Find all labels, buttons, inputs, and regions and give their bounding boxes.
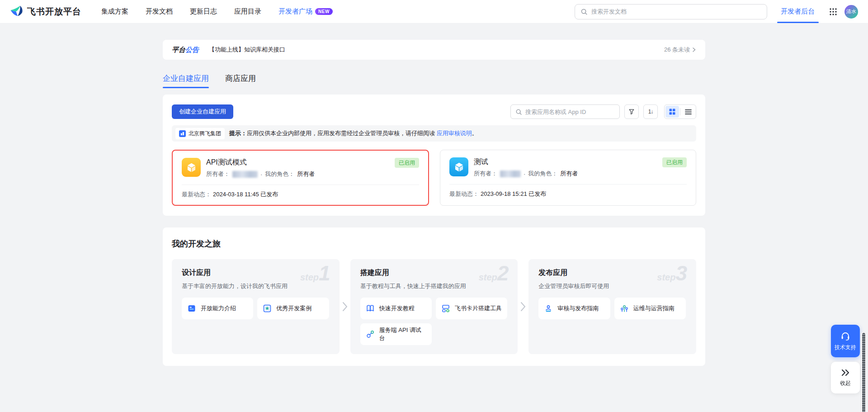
sort-icon: 1↓ — [648, 109, 653, 115]
page-scrollbar[interactable] — [861, 331, 867, 412]
collapse-label: 收起 — [840, 379, 851, 387]
link-api-debugger[interactable]: 服务端 API 调试台 — [360, 323, 432, 345]
link-quick-tutorial[interactable]: 快速开发教程 — [360, 298, 432, 319]
doc-search-input[interactable] — [591, 8, 761, 15]
sort-button[interactable]: 1↓ — [643, 104, 658, 119]
grid-view-icon[interactable] — [665, 106, 679, 118]
filter-icon — [628, 108, 635, 115]
nav-changelog[interactable]: 更新日志 — [190, 7, 217, 16]
step-desc: 企业管理员审核后即可使用 — [538, 282, 686, 290]
chip-label: 优秀开发案例 — [276, 304, 311, 313]
doc-icon — [187, 304, 196, 313]
headset-icon — [840, 331, 851, 341]
app-card-api-test[interactable]: API测试模式 所有者： · 我的角色：所有者 已启用 最新动态：2024-03… — [172, 150, 429, 206]
activity-line: 最新动态：2024-03-18 11:45 已发布 — [182, 190, 419, 199]
owner-line: 所有者： · 我的角色：所有者 — [474, 170, 662, 178]
top-header: 飞书开放平台 集成方案 开发文档 更新日志 应用目录 开发者广场 NEW 开发者… — [0, 0, 868, 24]
main-nav: 集成方案 开发文档 更新日志 应用目录 开发者广场 NEW — [101, 7, 333, 16]
nav-docs[interactable]: 开发文档 — [146, 7, 173, 16]
step1-watermark: step1 — [300, 265, 330, 283]
developer-console-link[interactable]: 开发者后台 — [774, 0, 822, 23]
chip-label: 服务端 API 调试台 — [379, 326, 426, 342]
chevron-right-icon — [519, 259, 527, 354]
tip-text: 提示：应用仅供本企业内部使用，应用发布需经过企业管理员审核，请仔细阅读 应用审核… — [229, 129, 478, 137]
new-badge: NEW — [315, 8, 333, 15]
link-card-builder[interactable]: 飞书卡片搭建工具 — [436, 298, 507, 319]
app-search-input[interactable] — [525, 109, 615, 115]
nav-integration[interactable]: 集成方案 — [101, 7, 128, 16]
activity-line: 最新动态：2023-09-18 15:21 已发布 — [449, 190, 687, 198]
announcement-tag: 平台公告 — [172, 46, 199, 54]
filter-button[interactable] — [624, 104, 639, 119]
review-stamp-icon — [544, 304, 553, 313]
app-cube-icon — [182, 158, 201, 177]
toggle-divider — [680, 108, 680, 115]
step-card-build: step2 搭建应用 基于教程与工具，快速上手搭建我的应用 快速开发教程 — [350, 259, 518, 354]
apps-grid-icon[interactable] — [829, 8, 837, 16]
app-cube-icon — [449, 157, 468, 176]
scrollbar-thumb[interactable] — [862, 333, 865, 412]
collapse-button[interactable]: 收起 — [831, 362, 860, 393]
platform-announcement-bar[interactable]: 平台公告 【功能上线】知识库相关接口 26 条未读 — [163, 40, 705, 60]
card-divider — [182, 185, 419, 185]
bar-chart-icon — [620, 304, 629, 313]
app-card-test[interactable]: 测试 所有者： · 我的角色：所有者 已启用 最新动态：2023-09-18 1… — [440, 150, 696, 206]
tech-support-button[interactable]: 技术支持 — [831, 325, 860, 357]
tab-store-apps[interactable]: 商店应用 — [225, 73, 256, 88]
step3-watermark: step3 — [657, 265, 687, 283]
review-guide-link[interactable]: 应用审核说明 — [437, 130, 472, 137]
link-dev-cases[interactable]: 优秀开发案例 — [257, 298, 329, 319]
feishu-logo-icon — [10, 5, 24, 18]
step-card-design: step1 设计应用 基于丰富的开放能力，设计我的飞书应用 开放能力介绍 — [172, 259, 340, 354]
nav-developer-plaza-label: 开发者广场 — [278, 7, 312, 16]
chip-label: 运维与运营指南 — [633, 304, 675, 313]
org-name: 北京腾飞集团 — [189, 130, 221, 137]
avatar[interactable]: 清水 — [844, 5, 858, 19]
brand[interactable]: 飞书开放平台 — [10, 5, 81, 18]
app-type-tabs: 企业自建应用 商店应用 — [163, 73, 705, 88]
tab-custom-apps[interactable]: 企业自建应用 — [163, 73, 209, 88]
journey-title: 我的开发之旅 — [172, 238, 696, 249]
org-icon — [179, 130, 186, 137]
chevron-right-icon — [341, 259, 349, 354]
brand-title: 飞书开放平台 — [27, 6, 81, 18]
announcement-message: 【功能上线】知识库相关接口 — [209, 46, 285, 54]
unread-count[interactable]: 26 条未读 — [664, 46, 696, 54]
search-icon — [515, 109, 522, 115]
link-ops-guide[interactable]: 运维与运营指南 — [614, 298, 686, 319]
developer-console-label: 开发者后台 — [781, 7, 815, 16]
double-chevron-right-icon — [840, 369, 850, 377]
apps-panel: 创建企业自建应用 — [163, 95, 705, 216]
search-icon — [580, 8, 588, 15]
owner-name-redacted — [232, 171, 258, 178]
app-search-box[interactable] — [510, 104, 620, 119]
chip-label: 飞书卡片搭建工具 — [455, 304, 502, 313]
dev-journey-panel: 我的开发之旅 step1 设计应用 基于丰富的开放能力，设计我的飞书应用 — [163, 227, 705, 366]
tech-support-label: 技术支持 — [835, 344, 856, 351]
link-open-capabilities[interactable]: 开放能力介绍 — [182, 298, 253, 319]
nav-app-directory[interactable]: 应用目录 — [234, 7, 261, 16]
star-badge-icon — [263, 304, 272, 313]
step-desc: 基于丰富的开放能力，设计我的飞书应用 — [182, 282, 330, 290]
owner-line: 所有者： · 我的角色：所有者 — [206, 170, 395, 178]
app-name: API测试模式 — [206, 158, 395, 167]
doc-search-box[interactable] — [575, 4, 767, 19]
step-desc: 基于教程与工具，快速上手搭建我的应用 — [360, 282, 508, 290]
chevron-right-icon — [692, 47, 696, 52]
step-card-publish: step3 发布应用 企业管理员审核后即可使用 审核与发布指南 — [528, 259, 696, 354]
org-pill[interactable]: 北京腾飞集团 — [175, 128, 225, 139]
unread-label: 26 条未读 — [664, 46, 690, 54]
chip-label: 审核与发布指南 — [557, 304, 599, 313]
status-badge: 已启用 — [395, 158, 419, 168]
view-toggle — [664, 104, 696, 119]
card-divider — [449, 184, 687, 185]
card-builder-icon — [441, 304, 450, 313]
chip-label: 快速开发教程 — [379, 304, 415, 313]
create-app-button[interactable]: 创建企业自建应用 — [172, 104, 233, 119]
link-review-publish-guide[interactable]: 审核与发布指南 — [538, 298, 610, 319]
chip-label: 开放能力介绍 — [201, 304, 236, 313]
list-view-icon[interactable] — [681, 106, 695, 118]
tip-bar: 北京腾飞集团 提示：应用仅供本企业内部使用，应用发布需经过企业管理员审核，请仔细… — [172, 125, 696, 142]
api-debug-icon — [366, 330, 375, 339]
nav-developer-plaza[interactable]: 开发者广场 NEW — [278, 7, 333, 16]
